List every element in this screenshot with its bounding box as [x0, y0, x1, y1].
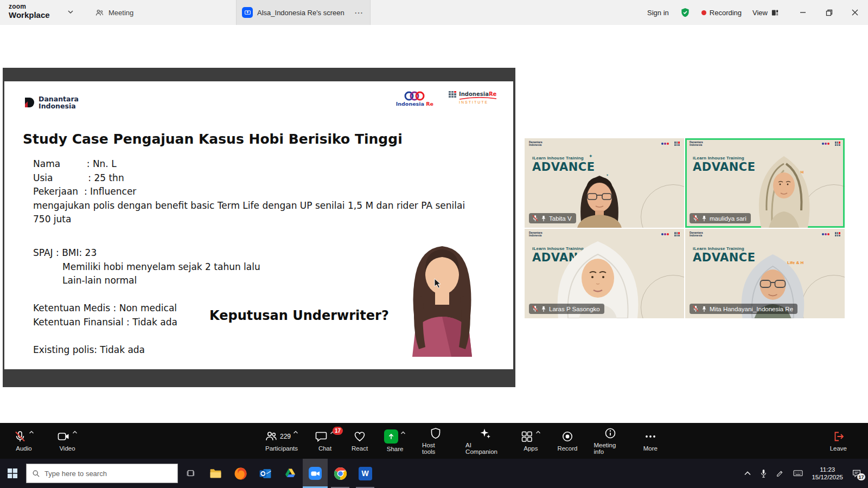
video-gallery: DanantaraIndonesia iLearn Inhouse Traini…: [525, 138, 845, 318]
minimize-button[interactable]: [790, 0, 816, 25]
zoom-wordmark: zoom: [9, 3, 50, 10]
chevron-up-icon[interactable]: [29, 430, 34, 434]
slide-line: mengajukan polis dengan benefit basic Te…: [33, 199, 483, 227]
notification-count-badge: 17: [857, 473, 865, 480]
danantara-logo-line2: Indonesia: [39, 102, 79, 110]
tab-options-icon[interactable]: ⋯: [353, 8, 365, 18]
tile-danantara-mini-logo: DanantaraIndonesia: [529, 141, 542, 146]
tray-touch-keyboard-icon[interactable]: [793, 470, 803, 477]
record-button[interactable]: Record: [550, 423, 584, 459]
word-icon[interactable]: W: [353, 459, 378, 488]
tab-meeting-label: Meeting: [108, 9, 133, 17]
google-drive-icon[interactable]: [278, 459, 303, 488]
sign-in-button[interactable]: Sign in: [647, 9, 669, 17]
taskbar-clock[interactable]: 11:23 15/12/2025: [812, 466, 843, 481]
heart-icon: [353, 430, 366, 443]
file-explorer-icon[interactable]: [203, 459, 228, 488]
tab-shared-screen[interactable]: Alsa_Indonesia Re's screen ⋯: [236, 0, 371, 25]
video-tile-tabita[interactable]: DanantaraIndonesia iLearn Inhouse Traini…: [525, 138, 684, 228]
participant-name-tag: maulidya sari: [690, 213, 751, 223]
shield-icon: [429, 427, 442, 440]
video-tile-maulidya[interactable]: DanantaraIndonesia iLearn Inhouse Traini…: [685, 138, 845, 228]
leave-icon: [832, 430, 845, 443]
mouse-cursor: [434, 278, 442, 289]
react-label: React: [352, 445, 368, 452]
audio-button[interactable]: Audio: [7, 423, 41, 459]
participants-button[interactable]: 229 Participants: [258, 423, 305, 459]
share-button[interactable]: Share: [377, 423, 413, 459]
action-center-button[interactable]: 17: [852, 468, 861, 478]
tray-chevron-up-icon[interactable]: [744, 471, 751, 476]
danantara-logo-mark-icon: [24, 97, 35, 108]
zoom-app-icon[interactable]: [303, 459, 328, 488]
tray-mic-icon[interactable]: [760, 469, 767, 478]
leave-button[interactable]: Leave: [823, 423, 854, 459]
react-button[interactable]: React: [344, 423, 375, 459]
tab-meeting[interactable]: Meeting: [95, 0, 133, 25]
view-button[interactable]: View: [752, 9, 779, 17]
system-tray: 11:23 15/12/2025 17: [744, 466, 868, 481]
participant-name: Laras P Sasongko: [549, 306, 600, 312]
ai-companion-label: AI Companion: [465, 442, 504, 455]
zoom-workplace-logo[interactable]: zoom Workplace: [9, 3, 50, 20]
chevron-up-icon[interactable]: [293, 430, 298, 434]
slide-title: Study Case Pengajuan Kasus Hobi Berisiko…: [23, 131, 403, 147]
taskbar-search[interactable]: [26, 464, 178, 483]
meeting-info-label: Meeting info: [593, 442, 627, 455]
apps-button[interactable]: Apps: [513, 423, 548, 459]
mic-muted-icon: [693, 215, 699, 222]
more-button[interactable]: More: [636, 423, 665, 459]
participant-name-tag: Tabita V: [529, 213, 576, 223]
participants-icon: [265, 430, 278, 443]
indonesia-re-logo: Indonesia Re: [396, 91, 433, 107]
record-icon: [561, 430, 574, 443]
chevron-up-icon[interactable]: [535, 430, 541, 434]
view-label: View: [752, 9, 768, 17]
pin-icon: [701, 215, 707, 222]
participants-count: 229: [280, 433, 291, 440]
chrome-icon[interactable]: [328, 459, 353, 488]
tray-ink-pen-icon[interactable]: [776, 469, 784, 478]
indonesia-re-red-text: Re: [426, 101, 433, 107]
firefox-icon[interactable]: [228, 459, 253, 488]
info-icon: [604, 427, 617, 440]
recording-indicator[interactable]: Recording: [701, 9, 742, 17]
outlook-icon[interactable]: [253, 459, 278, 488]
task-view-icon: [186, 468, 195, 478]
security-shield-icon[interactable]: [680, 7, 691, 18]
slide-line: Usia : 25 thn: [33, 171, 483, 185]
word-logo: W: [359, 467, 372, 480]
video-label: Video: [59, 445, 75, 452]
chevron-up-icon[interactable]: [72, 430, 78, 434]
slide-question: Keputusan Underwriter?: [209, 308, 389, 323]
zoom-toolbar: Audio Video 229 Participants 17: [0, 423, 868, 459]
participant-name-tag: Laras P Sasongko: [529, 304, 604, 314]
camera-icon: [57, 430, 70, 443]
ai-sparkle-icon: [478, 427, 492, 440]
window-controls: [790, 0, 868, 25]
tile-mini-logos: [822, 232, 840, 236]
task-view-button[interactable]: [178, 459, 203, 488]
chevron-down-icon[interactable]: [67, 10, 74, 14]
ai-companion-button[interactable]: AI Companion: [458, 423, 511, 459]
recording-label: Recording: [710, 9, 742, 17]
meeting-info-button[interactable]: Meeting info: [586, 423, 634, 459]
more-dots-icon: [644, 430, 657, 443]
video-tile-mita[interactable]: DanantaraIndonesia iLearn Inhouse Traini…: [685, 229, 845, 318]
chat-icon: [315, 430, 328, 443]
chevron-up-icon[interactable]: [400, 431, 406, 435]
start-button[interactable]: [0, 459, 25, 488]
taskbar-search-input[interactable]: [44, 470, 172, 478]
close-button[interactable]: [842, 0, 868, 25]
host-tools-button[interactable]: Host tools: [415, 423, 456, 459]
institute-re-text: Re: [489, 91, 496, 97]
maximize-button[interactable]: [816, 0, 842, 25]
meeting-content-area: Danantara Indonesia Indonesia Re Indones…: [0, 25, 868, 423]
view-layout-icon: [771, 9, 779, 17]
mic-muted-icon: [14, 430, 27, 443]
chat-button[interactable]: 17 Chat: [308, 423, 342, 459]
video-tile-laras[interactable]: DanantaraIndonesia iLearn Inhouse Traini…: [525, 229, 684, 318]
chat-unread-badge: 17: [333, 427, 343, 435]
sparkle-icon: ✦: [589, 153, 593, 159]
video-button[interactable]: Video: [50, 423, 85, 459]
